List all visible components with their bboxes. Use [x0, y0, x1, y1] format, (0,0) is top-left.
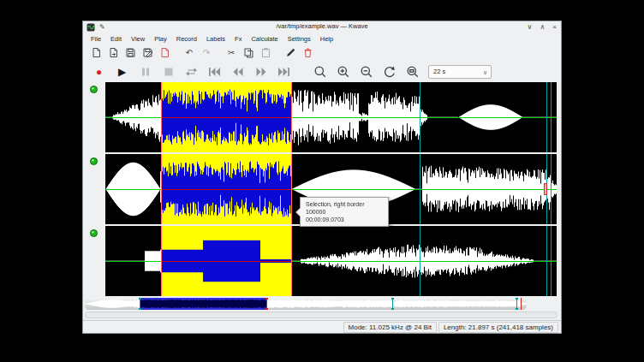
zoom-out-button[interactable]: [357, 63, 375, 80]
track2-led-icon[interactable]: [90, 157, 98, 165]
zoom-revert-icon: [383, 65, 397, 79]
seek-backward-button[interactable]: [229, 63, 247, 80]
titlebar[interactable]: ✎ /var/tmp/example.wav — Kwave ∨ ∧ ×: [83, 21, 561, 33]
skip-forward-icon: [277, 67, 290, 77]
track3-led-icon[interactable]: [90, 229, 98, 237]
status-mode: Mode: 11.025 kHz @ 24 Bit: [343, 322, 437, 333]
statusbar: Mode: 11.025 kHz @ 24 Bit Length: 21.897…: [83, 320, 561, 333]
cut-icon: ✂: [228, 49, 235, 57]
save-button[interactable]: [123, 46, 137, 60]
minimize-button[interactable]: ∨: [528, 21, 533, 33]
zoom-selection-icon: [313, 65, 327, 79]
menu-item-view[interactable]: View: [131, 35, 145, 43]
overview-bar[interactable]: [85, 298, 527, 310]
undo-icon: ↶: [186, 49, 193, 57]
paste-button[interactable]: [259, 46, 272, 60]
open-file-button[interactable]: [106, 46, 120, 60]
close-file-button[interactable]: [158, 46, 171, 60]
paste-icon: [260, 47, 271, 58]
menu-item-edit[interactable]: Edit: [110, 35, 122, 43]
signal-area: [83, 82, 561, 296]
waveform-track-3[interactable]: [105, 226, 557, 296]
delete-button[interactable]: [301, 46, 314, 60]
edit-button[interactable]: [283, 46, 297, 60]
track1-led-icon[interactable]: [90, 86, 98, 93]
waveform-tracks: [105, 82, 557, 296]
chevron-down-icon: ∨: [483, 69, 487, 76]
file-toolbar: ↶ ↷ ✂: [83, 45, 561, 61]
zoom-all-button[interactable]: [403, 63, 421, 80]
open-file-icon: [108, 47, 119, 58]
kwave-window: ✎ /var/tmp/example.wav — Kwave ∨ ∧ × Fil…: [82, 21, 562, 334]
zoom-revert-button[interactable]: [380, 63, 398, 80]
seek-forward-icon: [255, 67, 267, 77]
redo-icon: ↷: [203, 49, 210, 57]
menu-item-play[interactable]: Play: [154, 35, 167, 43]
zoom-out-icon: [360, 65, 373, 79]
zoom-all-icon: [406, 65, 420, 79]
close-file-icon: [159, 47, 170, 58]
zoom-selection-button[interactable]: [311, 63, 329, 80]
loop-button[interactable]: [182, 63, 200, 80]
play-icon: ▶: [118, 67, 126, 77]
tooltip-time: 00:00:09.0703: [306, 216, 385, 223]
seek-backward-icon: [232, 67, 244, 77]
copy-icon: [243, 47, 254, 58]
record-icon: ●: [96, 67, 102, 77]
trash-icon: [302, 47, 313, 58]
close-button[interactable]: ×: [552, 21, 557, 33]
zoom-in-button[interactable]: [334, 63, 352, 80]
status-length: Length: 21.897 s (241,418 samples): [438, 322, 558, 333]
transport-toolbar: ● ▶: [83, 61, 561, 82]
tooltip-samples: 100000: [306, 208, 385, 216]
zoom-in-icon: [337, 65, 350, 79]
loop-icon: [185, 67, 198, 77]
new-file-icon: [91, 47, 102, 58]
maximize-button[interactable]: ∧: [540, 21, 545, 33]
save-icon: [125, 47, 136, 58]
skip-forward-button[interactable]: [275, 63, 293, 80]
menubar: FileEditViewPlayRecordLabelsFxCalculateS…: [83, 33, 561, 45]
menu-item-help[interactable]: Help: [320, 35, 333, 43]
play-button[interactable]: ▶: [113, 63, 131, 80]
horizontal-scrollbar[interactable]: [85, 312, 558, 318]
window-title: /var/tmp/example.wav — Kwave: [83, 22, 561, 30]
stop-button[interactable]: [159, 63, 177, 80]
copy-button[interactable]: [242, 46, 255, 60]
zoom-level-value: 22 s: [429, 68, 445, 75]
pause-icon: [140, 67, 151, 77]
skip-backward-button[interactable]: [206, 63, 224, 80]
menu-item-file[interactable]: File: [91, 35, 101, 43]
redo-button[interactable]: ↷: [200, 46, 213, 60]
skip-backward-icon: [208, 67, 221, 77]
stop-icon: [164, 67, 174, 77]
menu-item-fx[interactable]: Fx: [235, 35, 242, 43]
menu-item-record[interactable]: Record: [176, 35, 197, 43]
save-as-icon: [142, 47, 153, 58]
tooltip-title: Selection, right border: [306, 200, 385, 208]
pencil-icon: [285, 47, 296, 58]
seek-forward-button[interactable]: [252, 63, 270, 80]
desktop: { "window": { "title": "/var/tmp/example…: [0, 0, 644, 362]
track-controls-column: [83, 82, 105, 296]
selection-tooltip: Selection, right border 100000 00:00:09.…: [300, 197, 389, 227]
record-button[interactable]: ●: [90, 63, 108, 80]
new-file-button[interactable]: [89, 46, 103, 60]
save-as-button[interactable]: [140, 46, 154, 60]
menu-item-calculate[interactable]: Calculate: [251, 35, 277, 43]
waveform-track-1[interactable]: [105, 82, 557, 152]
zoom-level-combobox[interactable]: 22 s ∨: [428, 65, 492, 79]
menu-item-labels[interactable]: Labels: [206, 35, 225, 43]
undo-button[interactable]: ↶: [182, 46, 196, 60]
cut-button[interactable]: ✂: [224, 46, 238, 60]
pause-button[interactable]: [136, 63, 154, 80]
menu-item-settings[interactable]: Settings: [288, 35, 311, 43]
